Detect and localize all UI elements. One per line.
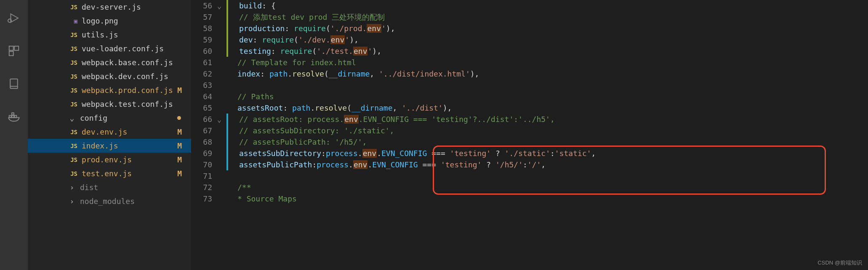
file-name-label: webpack.base.conf.js (82, 58, 191, 67)
file-name-label: dev.env.js (82, 127, 191, 136)
svg-rect-10 (12, 113, 14, 115)
code-line[interactable]: 61 // Template for index.html (191, 57, 868, 68)
explorer-folder[interactable]: ›dist (28, 180, 191, 194)
git-gutter (226, 68, 232, 79)
fold-toggle-icon[interactable]: ⌄ (212, 1, 226, 10)
js-file-icon: JS (68, 129, 77, 135)
line-number: 73 (191, 194, 212, 203)
code-line[interactable]: 60 testing: require('./test.env'), (191, 45, 868, 57)
js-file-icon: JS (68, 170, 77, 177)
code-text: build: { (233, 1, 868, 10)
js-file-icon: JS (68, 32, 77, 38)
code-text: production: require('./prod.env'), (233, 24, 868, 33)
js-file-icon: JS (68, 143, 77, 149)
git-gutter (226, 23, 233, 34)
code-editor[interactable]: 56⌄ build: {57 // 添加test dev prod 三处环境的配… (191, 0, 868, 270)
svg-rect-2 (9, 46, 13, 50)
file-name-label: dist (80, 183, 191, 192)
file-name-label: index.js (82, 141, 191, 150)
explorer-file[interactable]: ▣logo.png (28, 14, 191, 28)
js-file-icon: JS (68, 87, 77, 94)
line-number: 67 (191, 126, 212, 135)
code-line[interactable]: 58 production: require('./prod.env'), (191, 23, 868, 34)
explorer-file[interactable]: JSwebpack.dev.conf.js (28, 69, 191, 83)
git-gutter (226, 148, 233, 159)
file-name-label: dev-server.js (82, 3, 191, 11)
git-gutter (226, 79, 232, 91)
explorer-file[interactable]: JSvue-loader.conf.js (28, 42, 191, 56)
file-name-label: test.env.js (82, 169, 191, 178)
code-line[interactable]: 56⌄ build: { (191, 0, 868, 11)
explorer-folder[interactable]: ›node_modules (28, 194, 191, 208)
code-line[interactable]: 72 /** (191, 182, 868, 193)
line-number: 57 (191, 13, 212, 21)
explorer-file[interactable]: JSwebpack.base.conf.js (28, 56, 191, 69)
code-line[interactable]: 66⌄ // assetsRoot: process.env.EVN_CONFI… (191, 114, 868, 125)
explorer-file[interactable]: JStest.env.jsM (28, 167, 191, 180)
git-gutter (226, 136, 233, 148)
file-name-label: webpack.prod.conf.js (82, 86, 191, 95)
explorer-file[interactable]: JSprod.env.jsM (28, 153, 191, 167)
git-gutter (226, 0, 233, 11)
docker-icon[interactable] (8, 110, 20, 123)
code-line[interactable]: 64 // Paths (191, 91, 868, 102)
chevron-right-icon: › (68, 197, 76, 206)
line-number: 56 (191, 1, 212, 10)
git-gutter (226, 57, 232, 68)
file-name-label: vue-loader.conf.js (82, 44, 191, 53)
code-text: assetsRoot: path.resolve(__dirname, '../… (232, 103, 868, 112)
code-line[interactable]: 59 dev: require('./dev.env'), (191, 34, 868, 45)
line-number: 70 (191, 160, 212, 169)
code-line[interactable]: 63 (191, 79, 868, 91)
git-gutter (226, 114, 233, 125)
js-file-icon: JS (68, 45, 77, 52)
code-line[interactable]: 62 index: path.resolve(__dirname, '../di… (191, 68, 868, 79)
code-text: // assetsPublicPath: '/h5/', (233, 138, 868, 146)
git-status-badge: M (177, 169, 182, 178)
line-number: 71 (191, 172, 212, 180)
git-gutter (226, 45, 233, 57)
git-gutter (226, 170, 232, 182)
explorer-file[interactable]: JSwebpack.test.conf.js (28, 97, 191, 111)
watermark: CSDN @前端知识 (817, 259, 862, 267)
explorer-file[interactable]: JSutils.js (28, 28, 191, 42)
svg-marker-0 (11, 14, 19, 22)
git-status-dot (177, 116, 181, 120)
git-gutter (226, 34, 233, 45)
code-line[interactable]: 65 assetsRoot: path.resolve(__dirname, '… (191, 102, 868, 114)
run-debug-icon[interactable] (8, 12, 20, 24)
explorer-sidebar: JSdev-server.js▣logo.pngJSutils.jsJSvue-… (28, 0, 191, 270)
extensions-icon[interactable] (8, 45, 20, 57)
code-line[interactable]: 57 // 添加test dev prod 三处环境的配制 (191, 11, 868, 23)
code-line[interactable]: 69 assetsSubDirectory:process.env.EVN_CO… (191, 148, 868, 159)
code-line[interactable]: 73 * Source Maps (191, 193, 868, 204)
file-name-label: node_modules (80, 197, 191, 206)
js-file-icon: JS (68, 73, 77, 80)
line-number: 69 (191, 149, 212, 158)
git-gutter (226, 91, 232, 102)
explorer-file[interactable]: JSdev-server.js (28, 0, 191, 14)
code-text: // assetsSubDirectory: './static', (233, 126, 868, 135)
js-file-icon: JS (68, 156, 77, 163)
code-line[interactable]: 71 (191, 170, 868, 182)
explorer-folder[interactable]: ⌄config (28, 111, 191, 125)
code-text: * Source Maps (232, 194, 868, 203)
file-name-label: logo.png (82, 16, 191, 25)
git-gutter (226, 102, 232, 114)
explorer-file[interactable]: JSwebpack.prod.conf.jsM (28, 83, 191, 97)
git-status-badge: M (177, 127, 182, 136)
app-root: JSdev-server.js▣logo.pngJSutils.jsJSvue-… (0, 0, 868, 270)
file-name-label: webpack.test.conf.js (82, 100, 191, 109)
code-line[interactable]: 68 // assetsPublicPath: '/h5/', (191, 136, 868, 148)
fold-toggle-icon[interactable]: ⌄ (212, 115, 226, 124)
notebook-icon[interactable] (8, 77, 20, 90)
code-line[interactable]: 70 assetsPublicPath:process.env.EVN_CONF… (191, 159, 868, 170)
code-text: assetsPublicPath:process.env.EVN_CONFIG … (233, 160, 868, 169)
chevron-right-icon: › (68, 183, 76, 192)
explorer-file[interactable]: JSdev.env.jsM (28, 125, 191, 139)
git-status-badge: M (177, 86, 182, 95)
code-line[interactable]: 67 // assetsSubDirectory: './static', (191, 125, 868, 136)
activity-bar (0, 0, 28, 270)
explorer-file[interactable]: JSindex.jsM (28, 139, 191, 153)
code-text: index: path.resolve(__dirname, '../dist/… (232, 69, 868, 78)
